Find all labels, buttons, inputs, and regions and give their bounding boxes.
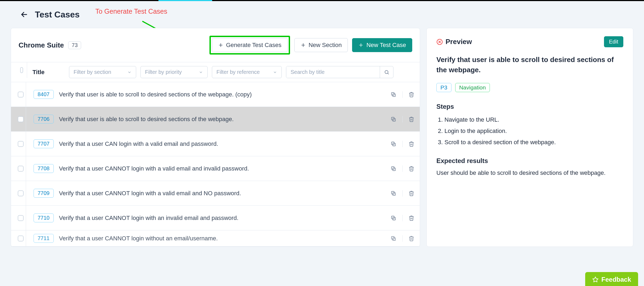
row-checkbox[interactable] [18, 166, 24, 172]
step-item: Login to the application. [444, 125, 623, 137]
trash-icon [408, 190, 414, 196]
table-row[interactable]: 7708Verify that a user CANNOT login with… [11, 156, 420, 181]
step-item: Navigate to the URL. [444, 114, 623, 125]
select-all-checkbox[interactable] [20, 67, 23, 73]
row-checkbox-cell[interactable] [15, 230, 26, 246]
table-row[interactable]: 7706Verify that user is able to scroll t… [11, 107, 420, 132]
page-title: Test Cases [35, 10, 80, 20]
page-header: Test Cases To Generate Test Cases [0, 1, 644, 28]
row-title: Verify that a user CANNOT login with a v… [59, 165, 385, 172]
trash-icon [408, 215, 414, 221]
back-button[interactable] [19, 9, 30, 20]
copy-button[interactable] [390, 92, 396, 97]
row-id[interactable]: 7710 [34, 213, 54, 222]
title-column-header: Title [32, 69, 65, 76]
new-test-case-button[interactable]: New Test Case [352, 38, 412, 52]
row-checkbox-cell[interactable] [15, 181, 26, 205]
copy-button[interactable] [390, 236, 396, 241]
copy-button[interactable] [390, 141, 396, 147]
feedback-button[interactable]: Feedback [585, 272, 638, 286]
row-id[interactable]: 7709 [34, 189, 54, 198]
copy-button[interactable] [390, 166, 396, 172]
preview-heading: Preview [446, 38, 472, 46]
search-button[interactable] [380, 66, 393, 78]
trash-icon [408, 116, 414, 122]
row-id[interactable]: 7708 [34, 164, 54, 173]
delete-button[interactable] [408, 236, 414, 241]
row-checkbox[interactable] [18, 236, 24, 241]
filter-row: Title Filter by section Filter by priori… [11, 62, 420, 82]
plus-icon [358, 42, 364, 48]
row-title: Verify that user is able to scroll to de… [59, 91, 385, 98]
filter-section-select[interactable]: Filter by section [69, 66, 136, 78]
row-checkbox-cell[interactable] [15, 132, 26, 156]
table-row[interactable]: 7707Verify that a user CAN login with a … [11, 132, 420, 156]
generate-highlight: Generate Test Cases [209, 36, 290, 55]
row-title: Verify that a user CANNOT login with a v… [59, 190, 385, 197]
new-section-button[interactable]: New Section [294, 38, 348, 52]
chevron-down-icon [199, 70, 203, 74]
search-input[interactable] [286, 66, 380, 78]
row-checkbox[interactable] [18, 116, 24, 122]
chevron-down-icon [127, 70, 132, 74]
suite-name: Chrome Suite [19, 41, 64, 49]
chevron-down-icon [273, 70, 277, 74]
row-title: Verify that a user CANNOT login with an … [59, 215, 385, 222]
delete-button[interactable] [408, 141, 414, 147]
delete-button[interactable] [408, 116, 414, 122]
copy-icon [390, 215, 396, 221]
row-title: Verify that a user CAN login with a vali… [59, 140, 385, 147]
edit-label: Edit [609, 39, 618, 45]
plus-icon [301, 42, 306, 48]
row-checkbox-cell[interactable] [15, 82, 26, 107]
svg-line-10 [388, 73, 389, 74]
select-all-cell[interactable] [16, 62, 27, 78]
delete-button[interactable] [408, 166, 414, 172]
search-wrap [286, 66, 393, 78]
action-divider [402, 91, 403, 98]
generate-test-cases-button[interactable]: Generate Test Cases [212, 38, 288, 52]
row-id[interactable]: 7711 [34, 234, 54, 243]
filter-priority-select[interactable]: Filter by priority [140, 66, 208, 78]
copy-icon [390, 190, 396, 196]
copy-button[interactable] [390, 190, 396, 196]
table-row[interactable]: 7710Verify that a user CANNOT login with… [11, 206, 420, 230]
row-id[interactable]: 7707 [34, 139, 54, 148]
steps-list: Navigate to the URL.Login to the applica… [436, 114, 623, 148]
svg-marker-28 [593, 277, 598, 282]
row-checkbox[interactable] [18, 190, 24, 196]
preview-panel: Preview Edit Verify that user is able to… [426, 28, 633, 247]
filter-reference-select[interactable]: Filter by reference [212, 66, 282, 78]
steps-heading: Steps [436, 103, 623, 110]
close-icon [436, 39, 443, 45]
action-divider [402, 165, 403, 172]
annotation-label: To Generate Test Cases [95, 8, 167, 15]
table-row[interactable]: 7709Verify that a user CANNOT login with… [11, 181, 420, 206]
delete-button[interactable] [408, 215, 414, 221]
trash-icon [408, 141, 414, 147]
edit-button[interactable]: Edit [604, 36, 623, 47]
table-row[interactable]: 7711Verify that a user CANNOT login with… [11, 230, 420, 247]
action-divider [402, 116, 403, 122]
trash-icon [408, 236, 414, 241]
row-checkbox-cell[interactable] [15, 206, 26, 230]
delete-button[interactable] [408, 92, 414, 97]
row-title: Verify that a user CANNOT login without … [59, 235, 385, 242]
copy-button[interactable] [390, 116, 396, 122]
close-preview-button[interactable] [436, 39, 443, 45]
copy-button[interactable] [390, 215, 396, 221]
row-checkbox[interactable] [18, 215, 24, 221]
row-checkbox[interactable] [18, 92, 24, 97]
trash-icon [408, 166, 414, 172]
row-checkbox[interactable] [18, 141, 24, 147]
suite-count: 73 [68, 41, 81, 49]
filter-section-placeholder: Filter by section [74, 69, 111, 75]
row-checkbox-cell[interactable] [15, 156, 26, 181]
row-checkbox-cell[interactable] [15, 107, 26, 131]
delete-button[interactable] [408, 190, 414, 196]
table-row[interactable]: 8407Verify that user is able to scroll t… [11, 82, 420, 107]
search-icon [384, 70, 389, 75]
feedback-label: Feedback [601, 276, 631, 283]
row-id[interactable]: 8407 [34, 90, 54, 99]
row-id[interactable]: 7706 [34, 115, 54, 124]
